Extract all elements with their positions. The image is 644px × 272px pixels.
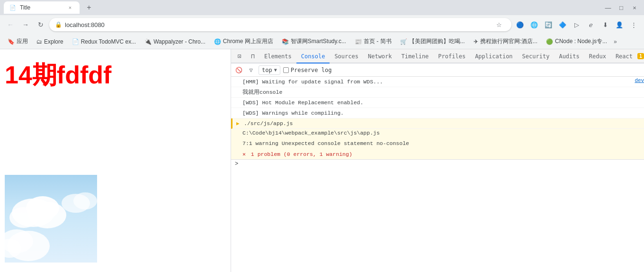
warning-triangle-icon: ▶ (236, 119, 244, 127)
bookmark-star-icon[interactable]: ☆ (492, 18, 506, 31)
maximize-button[interactable]: □ (616, 2, 627, 13)
bookmark-smartstudy[interactable]: 📚 智课网SmartStudy.c... (278, 36, 350, 46)
msg-icon-1 (235, 78, 242, 79)
browser-tab[interactable]: 📄 Title × (4, 1, 80, 14)
devtools-right-controls: 1 ⚙ ⋮ ✕ (637, 49, 644, 63)
webpage-area: 14期fdfdf (0, 49, 231, 272)
console-source-2[interactable]: app.js:17 (637, 88, 644, 94)
bookmark-store-label: Chrome 网上应用店 (223, 37, 273, 45)
bookmark-wappalyzer[interactable]: 🔌 Wappalyzer - Chro... (141, 37, 209, 46)
devtools-pin-icon[interactable]: ⊓ (246, 49, 259, 63)
bookmarks-more-button[interactable]: » (612, 36, 619, 47)
console-message-1: [HMR] Waiting for update signal from WDS… (231, 77, 644, 87)
extension-icon-e[interactable]: ℯ (584, 18, 598, 31)
bookmark-jianshu-label: 首页 - 简书 (364, 37, 392, 45)
devtools-tabs: ⊡ ⊓ Elements Console Sources Network Tim… (231, 49, 644, 63)
svg-point-4 (28, 202, 66, 228)
bookmark-chrome-store[interactable]: 🌐 Chrome 网上应用店 (210, 36, 277, 46)
window-controls: — □ × (602, 2, 640, 13)
tab-security[interactable]: Security (518, 50, 555, 63)
address-bar-row: ← → ↻ 🔒 localhost:8080 ☆ 🔵 🌐 🔄 🔷 ▷ ℯ ⬇ 👤… (0, 15, 644, 34)
extension-icon-2[interactable]: 🌐 (528, 18, 541, 31)
console-message-3: [WDS] Hot Module Replacement enabled. cl… (231, 98, 644, 108)
bookmark-ctrip-icon: ✈ (474, 38, 478, 45)
tab-close-button[interactable]: × (66, 4, 74, 11)
url-text: localhost:8080 (65, 21, 105, 28)
warning-main-line: ▶ ./src/js/app.js client:68 (231, 118, 644, 129)
bookmark-explore[interactable]: 🗂 Explore (33, 37, 67, 46)
main-content: 14期fdfdf (0, 49, 644, 272)
tab-react[interactable]: React (611, 50, 637, 63)
warning-source[interactable]: client:68 (637, 119, 644, 125)
tab-sources[interactable]: Sources (330, 50, 363, 63)
console-prompt: > (235, 161, 238, 167)
warning-sub-icon: ✕ (242, 151, 246, 157)
bookmark-meituan-icon: 🛒 (400, 38, 407, 45)
window-close-button[interactable]: × (629, 2, 640, 13)
tab-console[interactable]: Console (296, 50, 330, 63)
tab-network[interactable]: Network (363, 50, 397, 63)
console-clear-button[interactable]: 🚫 (234, 65, 243, 75)
console-input[interactable] (240, 161, 644, 167)
bookmark-wappalyzer-icon: 🔌 (144, 38, 152, 45)
sky-image (5, 175, 97, 263)
tab-profiles[interactable]: Profiles (433, 50, 470, 63)
warning-detail-line2: 7:1 warning Unexpected console statement… (231, 139, 644, 150)
console-msg-text-1: [HMR] Waiting for update signal from WDS… (242, 78, 631, 86)
bookmark-ctrip-label: 携程旅行网官网:酒店... (480, 37, 537, 45)
bookmarks-bar: 🔖 应用 🗂 Explore 📄 Redux TodoMVC ex... 🔌 W… (0, 34, 644, 49)
console-source-1[interactable]: dev-server.js:61 (631, 78, 644, 83)
console-source-3[interactable]: client:37 (637, 99, 644, 104)
minimize-button[interactable]: — (602, 2, 614, 13)
console-msg-text-4: [WDS] Warnings while compiling. (242, 109, 637, 117)
console-toolbar: 🚫 ▽ top ▼ Preserve log (231, 63, 644, 77)
bookmark-apps-label: 应用 (17, 37, 28, 45)
bookmark-cnode-icon: 🟢 (546, 38, 553, 45)
tab-timeline[interactable]: Timeline (397, 50, 434, 63)
tab-title: Title (20, 4, 63, 11)
tab-elements[interactable]: Elements (259, 50, 296, 63)
browser-chrome: 📄 Title × + — □ × ← → ↻ 🔒 localhost:8080… (0, 0, 644, 49)
menu-button[interactable]: ⋮ (627, 18, 640, 31)
bookmark-wappalyzer-label: Wappalyzer - Chro... (153, 38, 206, 45)
bookmark-explore-icon: 🗂 (36, 38, 42, 45)
browser-action-buttons: 🔵 🌐 🔄 🔷 ▷ ℯ ⬇ 👤 ⋮ (513, 18, 640, 31)
bookmark-study-icon: 📚 (282, 38, 289, 45)
console-context-dropdown[interactable]: ▼ (274, 67, 277, 73)
extension-icon-5[interactable]: ▷ (570, 18, 583, 31)
address-input[interactable]: 🔒 localhost:8080 ☆ (49, 18, 511, 31)
preserve-log-checkbox[interactable] (283, 67, 289, 73)
bookmark-redux[interactable]: 📄 Redux TodoMVC ex... (68, 37, 140, 46)
warning-badge: 1 (637, 53, 644, 59)
svg-point-9 (73, 192, 97, 209)
msg-icon-4 (235, 109, 242, 110)
bookmark-jianshu[interactable]: 📰 首页 - 简书 (351, 36, 395, 46)
extension-icon-1[interactable]: 🔵 (513, 18, 527, 31)
back-button[interactable]: ← (4, 18, 17, 31)
refresh-button[interactable]: ↻ (34, 18, 47, 31)
warning-sub-line: ✕ 1 problem (0 errors, 1 warning) (231, 150, 644, 159)
extension-icon-3[interactable]: 🔄 (542, 18, 555, 31)
console-input-line: > (231, 159, 644, 168)
new-tab-button[interactable]: + (82, 1, 96, 14)
bookmark-apps[interactable]: 🔖 应用 (4, 36, 32, 46)
tab-application[interactable]: Application (470, 50, 517, 63)
bookmark-jianshu-icon: 📰 (355, 38, 362, 45)
extension-icon-4[interactable]: 🔷 (556, 18, 569, 31)
devtools-dock-icon[interactable]: ⊡ (233, 49, 246, 63)
console-filter-icon[interactable]: ▽ (246, 65, 256, 75)
bookmark-ctrip[interactable]: ✈ 携程旅行网官网:酒店... (470, 36, 541, 46)
forward-button[interactable]: → (19, 18, 32, 31)
extension-icon-down[interactable]: ⬇ (599, 18, 612, 31)
console-source-4[interactable]: client:37 (637, 109, 644, 115)
console-message-4: [WDS] Warnings while compiling. client:3… (231, 108, 644, 118)
page-big-text: 14期fdfdf (0, 49, 231, 101)
bookmark-cnode[interactable]: 🟢 CNode : Node.js专... (542, 36, 611, 46)
msg-icon-3 (235, 99, 242, 100)
bookmark-meituan[interactable]: 🛒 【美团网团购】吃喝... (396, 36, 469, 46)
tab-redux[interactable]: Redux (584, 50, 611, 63)
preserve-log-toggle[interactable]: Preserve log (283, 67, 332, 73)
console-msg-text-2: 我就用console (242, 88, 637, 96)
user-icon[interactable]: 👤 (613, 18, 626, 31)
tab-audits[interactable]: Audits (554, 50, 584, 63)
